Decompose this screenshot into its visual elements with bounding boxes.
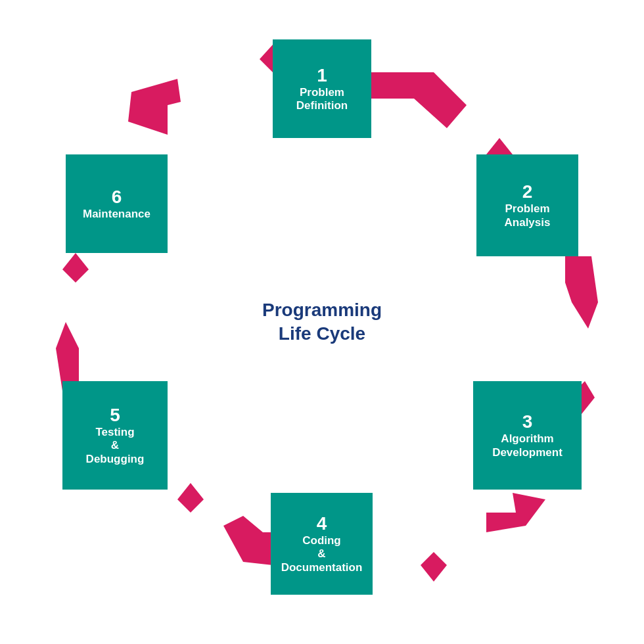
diagram-container: 1 ProblemDefinition 2 ProblemAnalysis 3 … xyxy=(26,26,618,618)
step-4-number: 4 xyxy=(317,513,327,534)
step-2-label: ProblemAnalysis xyxy=(505,202,551,229)
step-3-label: AlgorithmDevelopment xyxy=(492,432,563,459)
step-6-label: Maintenance xyxy=(83,208,150,221)
svg-marker-4 xyxy=(421,552,447,582)
step-6-box: 6 Maintenance xyxy=(66,154,168,253)
step-3-number: 3 xyxy=(522,411,533,432)
step-6-number: 6 xyxy=(112,187,122,208)
step-1-label: ProblemDefinition xyxy=(296,86,348,113)
step-1-box: 1 ProblemDefinition xyxy=(273,39,371,138)
svg-marker-8 xyxy=(62,253,89,283)
arrow-1-2 xyxy=(371,72,467,128)
step-4-label: Coding&Documentation xyxy=(281,534,363,574)
step-2-box: 2 ProblemAnalysis xyxy=(476,154,578,256)
step-4-box: 4 Coding&Documentation xyxy=(271,493,373,595)
step-5-number: 5 xyxy=(110,405,120,426)
step-2-number: 2 xyxy=(522,181,533,202)
svg-marker-6 xyxy=(177,483,204,513)
svg-marker-5 xyxy=(223,516,273,565)
svg-marker-9 xyxy=(128,79,181,135)
step-3-box: 3 AlgorithmDevelopment xyxy=(473,381,582,490)
svg-marker-3 xyxy=(486,493,545,532)
step-5-box: 5 Testing&Debugging xyxy=(62,381,168,490)
step-1-number: 1 xyxy=(317,65,327,86)
step-5-label: Testing&Debugging xyxy=(86,426,145,466)
svg-marker-1 xyxy=(565,256,598,329)
